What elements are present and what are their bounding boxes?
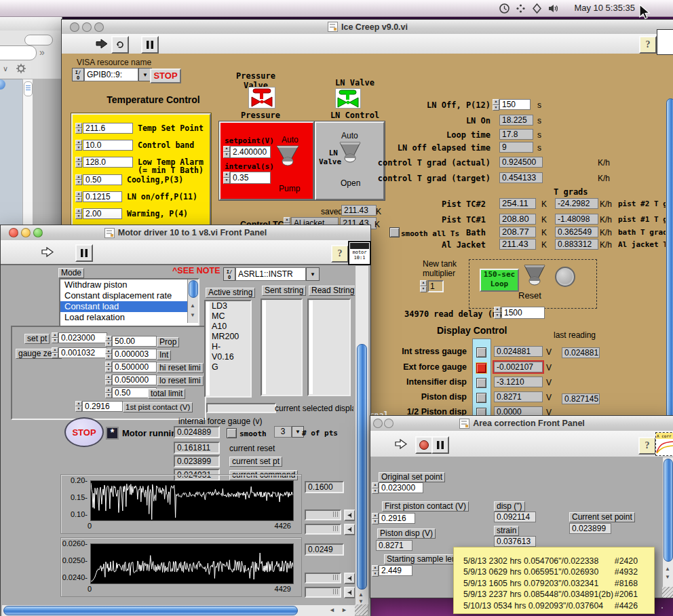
dropdown-arrow-icon[interactable]: ▼ [306,267,320,281]
pid-value-input[interactable]: 0.000003 [112,349,157,360]
string-item[interactable]: LD3 [212,301,250,311]
read-delay-spinner[interactable]: ▲▼ [494,307,501,319]
round-button[interactable] [555,267,575,287]
scroll-up-icon[interactable]: ▲ [358,592,364,598]
mode-listbox[interactable]: Withdraw pistonConstant displacement rat… [59,278,199,327]
motor-vscrollbar-track[interactable]: ▲ ▼ [355,265,369,605]
motor-hscrollbar-thumb[interactable] [3,606,298,615]
spinner[interactable]: ▲▼ [75,157,82,168]
display-toggle[interactable] [476,378,486,388]
string-listbox[interactable] [307,299,351,396]
original-spinner[interactable]: ▲▼ [372,482,379,494]
setpoint-input-group[interactable]: ▲▼ 2.400000 [223,146,271,158]
mode-scrollbar[interactable]: ▲▼ [187,280,198,323]
read-delay-input[interactable]: 1500 [501,307,545,319]
scale-lock-button[interactable] [344,524,355,535]
mode-scroll-thumb[interactable] [189,280,198,298]
scale-lock-button[interactable] [344,573,355,584]
temp-input[interactable]: 211.6 [83,123,133,134]
scale-field[interactable] [305,587,341,598]
reset-knob[interactable] [522,263,547,288]
mode-item[interactable]: Constant load [60,301,188,312]
pause-button[interactable] [75,244,93,262]
string-listbox[interactable]: LD3MCA10MR200H-V0.16G [204,300,252,398]
pid-value-input[interactable]: 0.050000 [112,374,157,385]
pid-value-input[interactable]: 0.500000 [112,362,157,372]
scale-field[interactable] [305,509,341,520]
minimize-button[interactable] [384,419,393,428]
visa-resource-combo[interactable]: I/O ASRL1::INSTR ▼ [223,267,320,281]
gear-icon[interactable] [16,64,26,74]
toolbar-oval-button[interactable] [24,35,53,45]
motor-stop-button[interactable]: STOP [64,417,104,447]
original-input[interactable]: 0.023000 [379,482,423,493]
scroll-down-icon[interactable]: ▼ [358,598,364,604]
motor-running-led[interactable]: * [106,427,119,440]
spotlight-diamond-icon[interactable] [531,3,543,14]
background-browser-window[interactable]: » ∨ [0,16,62,225]
pause-button[interactable] [431,436,449,454]
setpoint-spinner[interactable]: ▲▼ [223,146,230,158]
set-pt-spinner[interactable]: ▲▼ [52,332,58,343]
overflow-chevron-icon[interactable]: » [39,47,45,58]
area-titlebar[interactable]: Area correction Front Panel [370,416,673,431]
gauge-zero-input[interactable]: 0.001032 [58,347,107,358]
motor-vscrollbar-thumb[interactable] [357,344,367,590]
search-input[interactable] [0,45,37,60]
mode-item[interactable]: Load relaxation [60,312,188,323]
temp-input[interactable]: 10.0 [83,140,133,151]
stop-button[interactable]: STOP [150,69,181,83]
gauge-zero-spinner[interactable]: ▲▼ [52,347,58,358]
close-button[interactable] [70,22,79,32]
visa-value[interactable]: GPIB0::9: [84,68,138,81]
new-tank-value[interactable]: 1 [427,280,444,292]
ln-off-input[interactable]: 150 [499,99,531,110]
resize-grip[interactable] [662,587,673,598]
spinner[interactable]: ▲▼ [75,174,82,185]
string-item[interactable]: G [212,362,250,372]
volume-icon[interactable] [547,3,559,14]
pid-value-input[interactable]: 50.00 [112,336,157,347]
chevron-down-icon[interactable]: ∨ [3,64,8,73]
help-button[interactable]: ? [639,36,657,54]
interval-input[interactable]: 0.35 [230,172,271,184]
menu-clock[interactable]: May 10 5:35:35 [574,3,635,13]
scroll-right-icon[interactable]: ► [341,607,347,613]
run-button-icon[interactable] [395,439,408,449]
setpoint-input[interactable]: 2.400000 [230,146,271,158]
spinner[interactable]: ▲▼ [75,123,82,134]
spinner[interactable]: ▲▼ [105,349,112,360]
zoom-button[interactable] [94,22,104,32]
starting-spinner[interactable]: ▲▼ [372,565,379,577]
interval-spinner[interactable]: ▲▼ [223,172,230,184]
string-item[interactable]: V0.16 [212,352,250,362]
close-button[interactable] [9,228,18,237]
scroll-up-icon[interactable]: ▲ [190,303,195,309]
zoom-button[interactable] [33,228,43,237]
scale-lock-button[interactable] [344,509,355,521]
spinner[interactable]: ▲▼ [105,362,112,372]
visa-resource-combo[interactable]: I/O GPIB0::9: ▼ [72,68,152,81]
first-contact-input[interactable]: 0.2916 [82,401,123,412]
string-item[interactable]: A10 [212,322,250,332]
background-window-titlebar[interactable] [0,17,62,31]
first-contact-input[interactable]: 0.2916 [379,513,415,524]
ice-titlebar[interactable]: Ice Creep v9.0.vi [62,20,673,35]
area-vscrollbar-thumb[interactable] [664,459,673,562]
close-button[interactable] [373,419,383,428]
pressure-valve-knob[interactable] [275,144,301,168]
run-button-icon[interactable] [96,39,109,49]
motor-hscrollbar-track[interactable]: ◄ ► [1,604,355,616]
scrollbar-thumb[interactable] [24,81,33,96]
motor-titlebar[interactable]: Motor driver 10 to 1 v8.vi Front Panel [1,225,370,241]
scroll-left-icon[interactable]: ◄ [329,607,335,613]
mode-item[interactable]: Constant displacement rate [60,290,188,301]
string-item[interactable]: MR200 [212,332,250,342]
pause-button[interactable] [141,36,159,54]
minimize-button[interactable] [82,22,92,32]
string-item[interactable]: H- [212,342,250,352]
spinner[interactable]: ▲▼ [75,191,82,202]
window-motor-driver[interactable]: Motor driver 10 to 1 v8.vi Front Panel ?… [0,225,371,616]
display-toggle[interactable] [476,347,486,358]
input-menu-icon[interactable] [515,3,526,14]
